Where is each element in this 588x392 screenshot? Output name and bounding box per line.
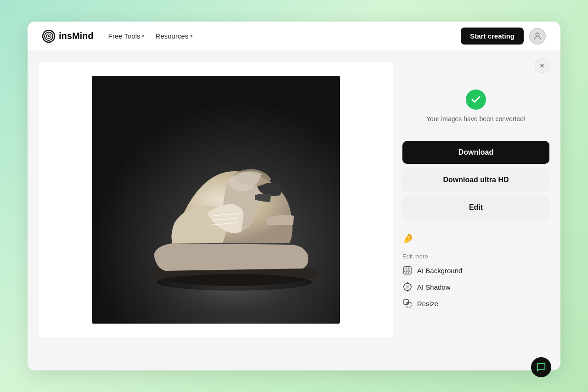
- svg-point-11: [156, 274, 312, 291]
- actions-section: Download Download ultra HD Edit: [402, 141, 549, 228]
- ai-shadow-label: AI Shadow: [417, 283, 451, 291]
- resize-icon: [402, 298, 413, 308]
- nav-free-tools[interactable]: Free Tools ▾: [108, 30, 145, 42]
- nav-resources-label: Resources: [155, 32, 188, 40]
- download-hd-button[interactable]: Download ultra HD: [402, 168, 549, 191]
- resize-item[interactable]: Resize: [402, 298, 549, 308]
- logo[interactable]: insMind: [42, 30, 94, 43]
- header: insMind Free Tools ▾ Resources ▾ Start c…: [28, 22, 560, 51]
- shoe-svg: [92, 76, 340, 324]
- close-button[interactable]: ✕: [535, 58, 549, 73]
- nav-free-tools-label: Free Tools: [108, 32, 141, 40]
- header-left: insMind Free Tools ▾ Resources ▾: [42, 30, 192, 43]
- chat-icon: [536, 362, 546, 372]
- edit-more-section: Edit more AI Background: [402, 248, 549, 313]
- logo-icon: [42, 30, 55, 43]
- app-window: insMind Free Tools ▾ Resources ▾ Start c…: [28, 22, 560, 370]
- edit-more-items: AI Background: [402, 265, 549, 308]
- user-icon: [532, 31, 543, 41]
- resize-label: Resize: [417, 300, 438, 308]
- shoe-image: [92, 76, 340, 324]
- ai-background-icon: [402, 265, 413, 275]
- edit-more-label: Edit more: [402, 253, 549, 260]
- hand-icon: 🤌: [402, 233, 414, 244]
- header-right: Start creating: [461, 28, 546, 45]
- download-button[interactable]: Download: [402, 141, 549, 164]
- start-creating-button[interactable]: Start creating: [461, 28, 524, 45]
- svg-point-18: [406, 285, 409, 289]
- success-message: Your images have been converted!: [426, 115, 526, 123]
- nav-resources[interactable]: Resources ▾: [155, 30, 192, 42]
- ai-shadow-item[interactable]: AI Shadow: [402, 282, 549, 292]
- avatar[interactable]: [529, 28, 546, 45]
- chat-bubble-button[interactable]: [531, 357, 551, 377]
- ai-background-label: AI Background: [417, 267, 462, 274]
- right-panel: ✕ Your images have been converted! Downl…: [402, 62, 549, 337]
- hand-icon-row: 🤌: [402, 228, 549, 248]
- logo-text: insMind: [59, 31, 94, 41]
- ai-background-item[interactable]: AI Background: [402, 265, 549, 275]
- success-icon-container: [466, 90, 486, 110]
- checkmark-icon: [470, 94, 481, 105]
- success-section: Your images have been converted!: [402, 62, 549, 141]
- main-content: ✕ Your images have been converted! Downl…: [28, 51, 560, 348]
- svg-rect-12: [404, 267, 411, 274]
- svg-point-3: [48, 35, 50, 37]
- chevron-down-icon: ▾: [142, 34, 144, 39]
- edit-button[interactable]: Edit: [402, 196, 549, 219]
- svg-point-4: [536, 33, 539, 36]
- main-nav: Free Tools ▾ Resources ▾: [108, 30, 192, 42]
- ai-shadow-icon: [402, 282, 413, 292]
- canvas-area: [39, 62, 393, 337]
- chevron-down-icon: ▾: [190, 34, 192, 39]
